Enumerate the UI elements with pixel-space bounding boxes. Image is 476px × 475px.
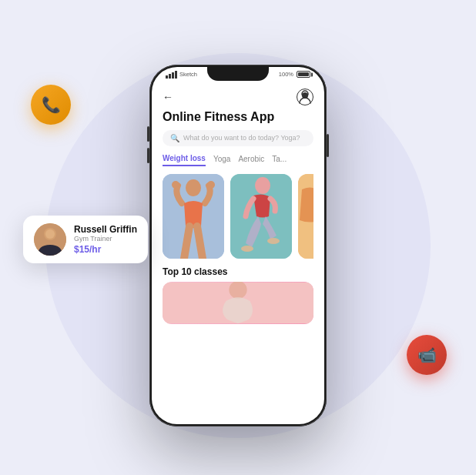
nav-bar: ← [163, 89, 313, 105]
card-aerobic[interactable] [298, 174, 313, 259]
power-button [327, 134, 329, 157]
search-icon: 🔍 [170, 134, 179, 142]
svg-point-7 [241, 246, 253, 252]
carrier-label: Sketch [179, 71, 197, 78]
phone-screen: Sketch 100% ← [152, 67, 324, 424]
svg-point-6 [255, 177, 270, 194]
search-placeholder: What do you want to do today? Yoga? [183, 134, 300, 142]
vol-up-button [147, 126, 149, 142]
phone-mockup: Sketch 100% ← [149, 65, 327, 426]
back-button[interactable]: ← [163, 91, 173, 103]
trainer-role: Gym Trainer [74, 235, 137, 243]
battery-area: 100% [279, 71, 310, 78]
bottom-class-card[interactable] [163, 282, 313, 324]
tab-aerobic[interactable]: Aerobic [238, 155, 264, 166]
trainer-card[interactable]: Russell Griffin Gym Trainer $15/hr [23, 216, 148, 263]
tab-weight-loss[interactable]: Weight loss [163, 154, 206, 166]
trainer-price: $15/hr [74, 244, 137, 255]
category-tabs: Weight loss Yoga Aerobic Ta... [163, 154, 313, 166]
video-badge[interactable]: 📹 [407, 335, 447, 375]
phone-frame: Sketch 100% ← [149, 65, 327, 426]
app-title: Online Fitness App [163, 110, 313, 124]
vol-down-button [147, 148, 149, 163]
battery-icon [297, 71, 310, 78]
video-icon: 📹 [417, 346, 437, 364]
screen-content: ← Online Fitness App 🔍 What do you want … [152, 84, 324, 421]
phone-badge[interactable]: 📞 [31, 85, 71, 125]
trainer-name: Russell Griffin [74, 224, 137, 235]
svg-rect-1 [163, 174, 224, 259]
search-bar[interactable]: 🔍 What do you want to do today? Yoga? [163, 130, 313, 146]
trainer-avatar [34, 223, 66, 256]
profile-button[interactable] [297, 89, 313, 105]
card-yoga[interactable] [230, 174, 292, 259]
tab-yoga[interactable]: Yoga [213, 155, 230, 166]
svg-point-3 [172, 181, 179, 189]
svg-point-4 [207, 181, 215, 189]
svg-point-0 [302, 91, 308, 97]
battery-percent: 100% [279, 71, 293, 78]
tab-other[interactable]: Ta... [272, 155, 287, 166]
section-title: Top 10 classes [163, 266, 313, 277]
svg-point-2 [186, 179, 201, 196]
trainer-info: Russell Griffin Gym Trainer $15/hr [74, 224, 137, 255]
signal-bars [166, 71, 177, 79]
notch [207, 67, 269, 81]
svg-point-14 [45, 229, 55, 239]
phone-icon: 📞 [42, 95, 61, 114]
card-weight-loss[interactable] [163, 174, 224, 259]
cards-row [163, 174, 313, 259]
svg-point-8 [267, 238, 280, 244]
